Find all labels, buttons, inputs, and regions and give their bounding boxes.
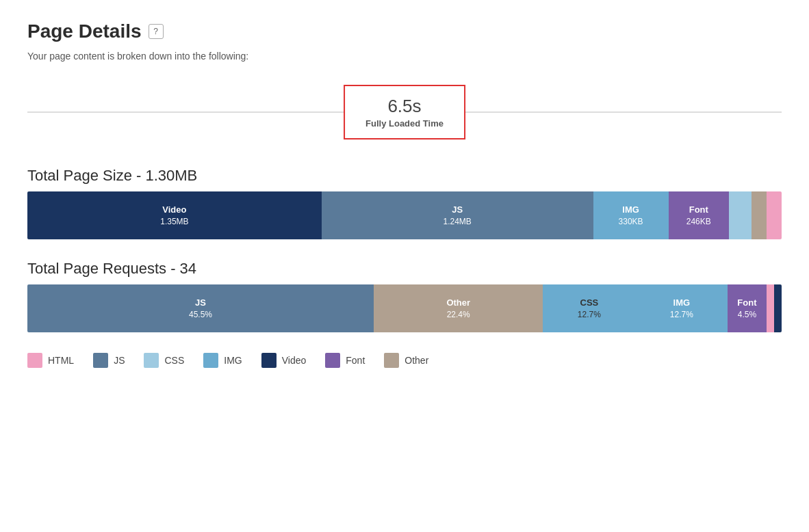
- legend-swatch-font: [325, 353, 340, 368]
- legend-swatch-other: [384, 353, 399, 368]
- legend-label-font: Font: [346, 355, 365, 366]
- legend-item-css: CSS: [144, 353, 184, 368]
- size-bar-segment-video: Video1.35MB: [27, 191, 322, 239]
- requests-bar-segment-img: IMG12.7%: [635, 284, 728, 332]
- size-bar-segment-css: [729, 191, 752, 239]
- legend-label-video: Video: [282, 355, 307, 366]
- size-bar-segment-html: [767, 191, 782, 239]
- requests-bar-segment-html: [767, 284, 774, 332]
- legend-item-img: IMG: [203, 353, 242, 368]
- timeline-container: 6.5s Fully Loaded Time: [27, 78, 782, 146]
- legend-label-css: CSS: [164, 355, 184, 366]
- page-title: Page Details: [27, 21, 142, 42]
- size-bar-segment-img: IMG330KB: [593, 191, 669, 239]
- size-bar-segment-other: [752, 191, 767, 239]
- legend-swatch-js: [93, 353, 108, 368]
- legend-item-video: Video: [261, 353, 307, 368]
- legend-swatch-video: [261, 353, 277, 368]
- requests-bar-segment-js: JS45.5%: [27, 284, 374, 332]
- legend-label-img: IMG: [224, 355, 242, 366]
- page-title-row: Page Details ?: [27, 21, 782, 42]
- subtitle: Your page content is broken down into th…: [27, 51, 782, 62]
- legend-swatch-html: [27, 353, 42, 368]
- size-section-heading: Total Page Size - 1.30MB: [27, 167, 782, 185]
- legend-item-html: HTML: [27, 353, 74, 368]
- legend-item-js: JS: [93, 353, 125, 368]
- timeline-value: 6.5s: [365, 96, 444, 117]
- legend-label-js: JS: [114, 355, 125, 366]
- requests-bar-segment-video: [774, 284, 782, 332]
- legend-swatch-css: [144, 353, 159, 368]
- size-bar-segment-js: JS1.24MB: [322, 191, 593, 239]
- legend: HTML JS CSS IMG Video Font Other: [27, 353, 782, 368]
- legend-item-other: Other: [384, 353, 428, 368]
- legend-label-html: HTML: [48, 355, 74, 366]
- timeline-card: 6.5s Fully Loaded Time: [344, 85, 465, 139]
- legend-swatch-img: [203, 353, 218, 368]
- legend-item-font: Font: [325, 353, 365, 368]
- help-icon[interactable]: ?: [149, 24, 164, 39]
- timeline-label: Fully Loaded Time: [365, 118, 444, 129]
- size-bar-segment-font: Font246KB: [669, 191, 729, 239]
- legend-label-other: Other: [404, 355, 428, 366]
- requests-section-heading: Total Page Requests - 34: [27, 260, 782, 278]
- requests-bar-segment-font: Font4.5%: [728, 284, 766, 332]
- size-bar: Video1.35MBJS1.24MBIMG330KBFont246KB: [27, 191, 782, 239]
- requests-bar-segment-other: Other22.4%: [374, 284, 543, 332]
- requests-bar-segment-css: CSS12.7%: [543, 284, 635, 332]
- requests-bar: JS45.5%Other22.4%CSS12.7%IMG12.7%Font4.5…: [27, 284, 782, 332]
